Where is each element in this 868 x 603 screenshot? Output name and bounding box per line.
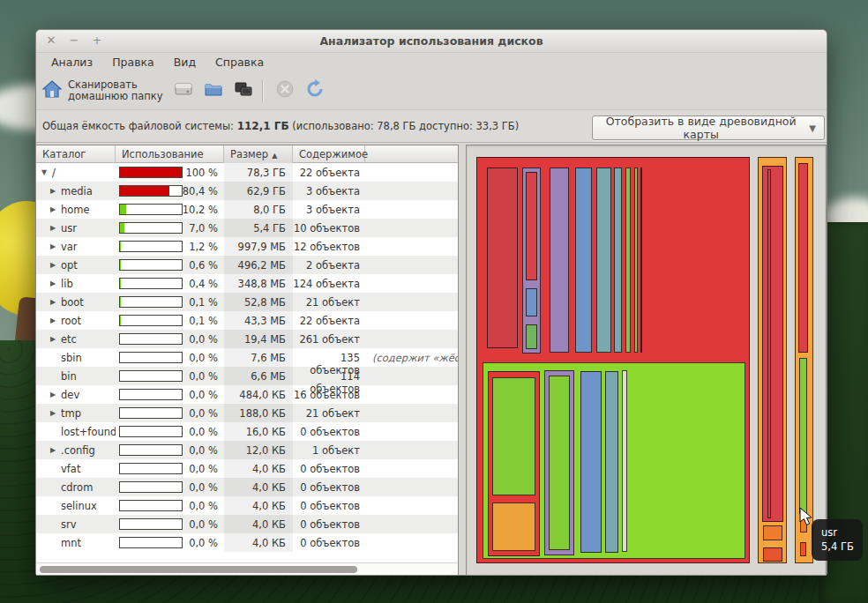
- expander-icon[interactable]: ▶: [49, 409, 57, 417]
- expander-icon[interactable]: ▶: [49, 242, 57, 250]
- expander-icon[interactable]: ▶: [49, 187, 57, 195]
- table-row[interactable]: ▶media80,4 %62,9 ГБ3 объекта: [36, 182, 458, 200]
- usage-bar: [119, 352, 183, 363]
- contents-cell: 21 объект: [293, 404, 365, 422]
- treemap-cell[interactable]: [526, 172, 537, 280]
- treemap-cell[interactable]: [767, 169, 771, 518]
- expander-icon[interactable]: ▶: [49, 316, 57, 324]
- note-cell: [365, 533, 458, 552]
- treemap-cell[interactable]: [622, 370, 627, 552]
- treemap-cell[interactable]: [605, 371, 618, 553]
- table-row[interactable]: ▶opt0,6 %496,2 МБ2 объекта: [36, 256, 458, 274]
- note-cell: [365, 219, 458, 237]
- treemap-cell[interactable]: [580, 371, 602, 553]
- treemap-cell[interactable]: [549, 376, 570, 550]
- treemap-cell[interactable]: [798, 163, 808, 353]
- expander-icon[interactable]: ▶: [49, 446, 57, 454]
- horizontal-scrollbar[interactable]: [36, 562, 458, 575]
- table-row[interactable]: lost+found0,0 %16,0 КБ0 объектов: [36, 422, 458, 441]
- treemap-cell[interactable]: [625, 168, 631, 353]
- expander-icon[interactable]: ▶: [49, 205, 57, 213]
- treemap-cell[interactable]: [799, 358, 807, 514]
- expander-icon[interactable]: ▶: [49, 391, 57, 398]
- treemap-canvas[interactable]: [467, 145, 826, 575]
- scan-remote-button[interactable]: [233, 80, 254, 101]
- scan-folder-button[interactable]: [203, 80, 224, 101]
- table-row[interactable]: ▶lib0,4 %348,8 МБ124 объекта: [36, 274, 458, 293]
- treemap-cell[interactable]: [492, 502, 535, 551]
- column-header-usage[interactable]: Использование: [116, 145, 224, 163]
- table-row[interactable]: ▼/100 %78,3 ГБ22 объекта: [36, 163, 458, 182]
- menu-analyze[interactable]: Анализ: [41, 53, 102, 71]
- expander-icon[interactable]: ▶: [49, 298, 57, 306]
- table-row[interactable]: ▶.config0,0 %12,0 КБ1 объект: [36, 441, 458, 459]
- directory-name: bin: [61, 370, 77, 383]
- table-row[interactable]: sbin0,0 %7,6 МБ135 объектов(содержит «жё…: [36, 348, 458, 367]
- treemap-cell[interactable]: [800, 542, 806, 556]
- treemap-cell[interactable]: [614, 168, 622, 353]
- table-row[interactable]: ▶usr7,0 %5,4 ГБ10 объектов: [36, 219, 458, 237]
- treemap-cell[interactable]: [487, 168, 518, 348]
- expander-icon[interactable]: ▼: [40, 168, 49, 176]
- column-header-contents[interactable]: Содержимое: [293, 145, 365, 163]
- menu-edit[interactable]: Правка: [102, 53, 164, 71]
- table-row[interactable]: srv0,0 %4,0 КБ0 объектов: [36, 515, 458, 533]
- size-cell: 43,3 МБ: [224, 311, 293, 330]
- expander-icon[interactable]: ▶: [49, 279, 57, 287]
- table-row[interactable]: ▶var1,2 %997,9 МБ12 объектов: [36, 237, 458, 256]
- view-mode-dropdown[interactable]: Отобразить в виде древовидной карты ▼: [592, 115, 825, 140]
- column-header-extra[interactable]: [365, 145, 458, 163]
- contents-cell: 22 объекта: [293, 163, 365, 182]
- refresh-button[interactable]: [304, 80, 326, 101]
- table-row[interactable]: bin0,0 %6,6 МБ114 объектов: [36, 367, 458, 385]
- size-cell: 5,4 ГБ: [224, 219, 293, 237]
- contents-cell: 0 объектов: [293, 515, 365, 533]
- directory-name: etc: [61, 333, 77, 346]
- expander-icon[interactable]: ▶: [49, 335, 57, 343]
- table-row[interactable]: cdrom0,0 %4,0 КБ0 объектов: [36, 478, 458, 496]
- treemap-cell[interactable]: [763, 525, 782, 540]
- note-cell: [365, 293, 458, 311]
- table-row[interactable]: ▶home10,2 %8,0 ГБ3 объекта: [36, 200, 458, 219]
- treemap-cell[interactable]: [763, 547, 782, 562]
- usage-bar: [119, 370, 183, 382]
- usage-bar: [119, 407, 183, 419]
- contents-cell: 0 объектов: [293, 533, 365, 552]
- table-row[interactable]: ▶tmp0,0 %188,0 КБ21 объект: [36, 404, 458, 422]
- stop-button[interactable]: [274, 80, 296, 101]
- table-row[interactable]: vfat0,0 %4,0 КБ0 объектов: [36, 459, 458, 478]
- treemap-cell[interactable]: [596, 168, 611, 353]
- expander-icon[interactable]: ▶: [49, 224, 57, 232]
- treemap-cell[interactable]: [550, 168, 569, 353]
- menu-view[interactable]: Вид: [164, 53, 206, 71]
- table-row[interactable]: ▶root0,1 %43,3 МБ22 объекта: [36, 311, 458, 330]
- treemap-cell[interactable]: [526, 324, 537, 349]
- scan-filesystem-button[interactable]: [173, 80, 194, 101]
- table-row[interactable]: ▶dev0,0 %484,0 КБ16 объектов: [36, 385, 458, 404]
- usage-bar: [119, 296, 183, 308]
- table-row[interactable]: selinux0,0 %4,0 КБ0 объектов: [36, 496, 458, 515]
- menu-help[interactable]: Справка: [206, 53, 273, 71]
- titlebar[interactable]: ✕ − + Анализатор использования дисков: [36, 30, 827, 53]
- note-cell: [365, 256, 458, 274]
- treemap-cell[interactable]: [575, 168, 592, 353]
- table-row[interactable]: ▶etc0,0 %19,4 МБ261 объект: [36, 330, 458, 348]
- contents-cell: 124 объекта: [293, 274, 365, 293]
- column-header-catalog[interactable]: Каталог: [36, 145, 116, 163]
- treemap-cell[interactable]: [640, 168, 642, 353]
- treemap-cell[interactable]: [492, 377, 535, 495]
- expander-icon[interactable]: ▶: [49, 261, 57, 269]
- table-row[interactable]: mnt0,0 %4,0 КБ0 объектов: [36, 533, 458, 552]
- note-cell: [365, 496, 458, 515]
- scrollbar-thumb[interactable]: [40, 566, 357, 573]
- scan-home-button[interactable]: Сканировать домашнюю папку: [36, 77, 168, 105]
- treemap-cell[interactable]: [762, 166, 783, 522]
- contents-cell: 1 объект: [293, 441, 365, 459]
- column-header-size[interactable]: Размер▲: [224, 145, 293, 163]
- treemap-cell[interactable]: [526, 288, 537, 316]
- directory-name: .config: [61, 444, 95, 457]
- treemap-cell[interactable]: [634, 168, 638, 353]
- table-row[interactable]: ▶boot0,1 %52,8 МБ21 объект: [36, 293, 458, 311]
- usage-bar: [119, 463, 183, 474]
- note-cell: [365, 478, 458, 496]
